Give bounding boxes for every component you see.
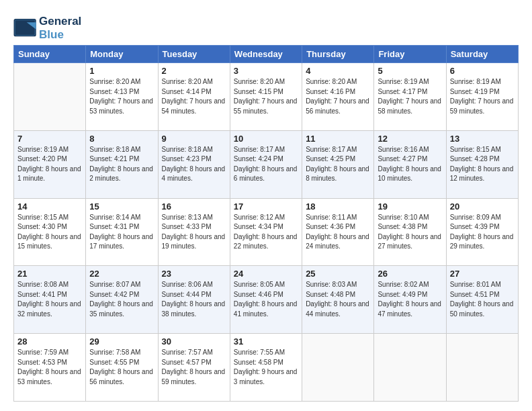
day-number: 11: [306, 134, 370, 144]
day-number: 22: [89, 269, 154, 279]
day-number: 4: [306, 66, 370, 76]
cell-sun-info: Sunrise: 8:17 AMSunset: 4:24 PMDaylight:…: [234, 145, 298, 184]
weekday-header-wednesday: Wednesday: [230, 46, 302, 63]
cell-sun-info: Sunrise: 7:57 AMSunset: 4:57 PMDaylight:…: [162, 348, 226, 387]
day-number: 15: [89, 201, 154, 212]
weekday-header-row: SundayMondayTuesdayWednesdayThursdayFrid…: [14, 46, 519, 63]
calendar-cell: 15Sunrise: 8:14 AMSunset: 4:31 PMDayligh…: [86, 198, 158, 266]
cell-sun-info: Sunrise: 8:03 AMSunset: 4:48 PMDaylight:…: [306, 280, 370, 319]
calendar-cell: 18Sunrise: 8:11 AMSunset: 4:36 PMDayligh…: [302, 198, 374, 266]
weekday-header-thursday: Thursday: [302, 46, 374, 63]
cell-sun-info: Sunrise: 8:17 AMSunset: 4:25 PMDaylight:…: [306, 145, 370, 184]
cell-sun-info: Sunrise: 8:09 AMSunset: 4:39 PMDaylight:…: [450, 213, 515, 252]
cell-sun-info: Sunrise: 8:15 AMSunset: 4:30 PMDaylight:…: [17, 213, 82, 252]
cell-sun-info: Sunrise: 8:12 AMSunset: 4:34 PMDaylight:…: [234, 213, 298, 252]
day-number: 27: [450, 269, 515, 279]
calendar-cell: 8Sunrise: 8:18 AMSunset: 4:21 PMDaylight…: [86, 130, 158, 198]
calendar-cell: 5Sunrise: 8:19 AMSunset: 4:17 PMDaylight…: [374, 63, 446, 131]
calendar-cell: 10Sunrise: 8:17 AMSunset: 4:24 PMDayligh…: [230, 130, 302, 198]
calendar-cell: 22Sunrise: 8:07 AMSunset: 4:42 PMDayligh…: [86, 266, 158, 334]
cell-sun-info: Sunrise: 8:07 AMSunset: 4:42 PMDaylight:…: [89, 280, 154, 319]
cell-sun-info: Sunrise: 8:18 AMSunset: 4:21 PMDaylight:…: [89, 145, 154, 184]
calendar-cell: [446, 334, 518, 402]
day-number: 3: [234, 66, 298, 76]
cell-sun-info: Sunrise: 8:20 AMSunset: 4:14 PMDaylight:…: [162, 77, 226, 116]
day-number: 25: [306, 269, 370, 279]
cell-sun-info: Sunrise: 8:02 AMSunset: 4:49 PMDaylight:…: [378, 280, 442, 319]
calendar-cell: 12Sunrise: 8:16 AMSunset: 4:27 PMDayligh…: [374, 130, 446, 198]
cell-sun-info: Sunrise: 8:11 AMSunset: 4:36 PMDaylight:…: [306, 213, 370, 252]
day-number: 17: [234, 201, 298, 212]
calendar-cell: 14Sunrise: 8:15 AMSunset: 4:30 PMDayligh…: [14, 198, 86, 266]
calendar-cell: 28Sunrise: 7:59 AMSunset: 4:53 PMDayligh…: [14, 334, 86, 402]
calendar-cell: 23Sunrise: 8:06 AMSunset: 4:44 PMDayligh…: [158, 266, 230, 334]
day-number: 20: [450, 201, 515, 212]
page: General Blue SundayMondayTuesdayWednesda…: [0, 0, 532, 411]
weekday-header-saturday: Saturday: [446, 46, 518, 63]
day-number: 23: [162, 269, 226, 279]
day-number: 7: [17, 134, 82, 144]
day-number: 18: [306, 201, 370, 212]
cell-sun-info: Sunrise: 8:01 AMSunset: 4:51 PMDaylight:…: [450, 280, 515, 319]
calendar-cell: 16Sunrise: 8:13 AMSunset: 4:33 PMDayligh…: [158, 198, 230, 266]
cell-sun-info: Sunrise: 8:10 AMSunset: 4:38 PMDaylight:…: [378, 213, 442, 252]
calendar-week-row: 7Sunrise: 8:19 AMSunset: 4:20 PMDaylight…: [14, 130, 519, 198]
calendar-week-row: 21Sunrise: 8:08 AMSunset: 4:41 PMDayligh…: [14, 266, 519, 334]
calendar-cell: [14, 63, 86, 131]
day-number: 13: [450, 134, 515, 144]
calendar-cell: [374, 334, 446, 402]
cell-sun-info: Sunrise: 8:19 AMSunset: 4:19 PMDaylight:…: [450, 77, 515, 116]
cell-sun-info: Sunrise: 7:55 AMSunset: 4:58 PMDaylight:…: [234, 348, 298, 387]
calendar-cell: 19Sunrise: 8:10 AMSunset: 4:38 PMDayligh…: [374, 198, 446, 266]
day-number: 12: [378, 134, 442, 144]
calendar-cell: 11Sunrise: 8:17 AMSunset: 4:25 PMDayligh…: [302, 130, 374, 198]
cell-sun-info: Sunrise: 8:19 AMSunset: 4:17 PMDaylight:…: [378, 77, 442, 116]
calendar-cell: 27Sunrise: 8:01 AMSunset: 4:51 PMDayligh…: [446, 266, 518, 334]
weekday-header-sunday: Sunday: [14, 46, 86, 63]
day-number: 26: [378, 269, 442, 279]
cell-sun-info: Sunrise: 8:05 AMSunset: 4:46 PMDaylight:…: [234, 280, 298, 319]
cell-sun-info: Sunrise: 8:15 AMSunset: 4:28 PMDaylight:…: [450, 145, 515, 184]
cell-sun-info: Sunrise: 8:20 AMSunset: 4:15 PMDaylight:…: [234, 77, 298, 116]
calendar-cell: 31Sunrise: 7:55 AMSunset: 4:58 PMDayligh…: [230, 334, 302, 402]
day-number: 31: [234, 336, 298, 347]
day-number: 14: [17, 201, 82, 212]
logo-text: General Blue: [39, 15, 81, 41]
day-number: 30: [162, 336, 226, 347]
calendar-week-row: 14Sunrise: 8:15 AMSunset: 4:30 PMDayligh…: [14, 198, 519, 266]
cell-sun-info: Sunrise: 8:20 AMSunset: 4:16 PMDaylight:…: [306, 77, 370, 116]
calendar-cell: 13Sunrise: 8:15 AMSunset: 4:28 PMDayligh…: [446, 130, 518, 198]
day-number: 29: [89, 336, 154, 347]
weekday-header-friday: Friday: [374, 46, 446, 63]
cell-sun-info: Sunrise: 7:58 AMSunset: 4:55 PMDaylight:…: [89, 348, 154, 387]
calendar-cell: 3Sunrise: 8:20 AMSunset: 4:15 PMDaylight…: [230, 63, 302, 131]
calendar-cell: 4Sunrise: 8:20 AMSunset: 4:16 PMDaylight…: [302, 63, 374, 131]
cell-sun-info: Sunrise: 8:06 AMSunset: 4:44 PMDaylight:…: [162, 280, 226, 319]
calendar-cell: 20Sunrise: 8:09 AMSunset: 4:39 PMDayligh…: [446, 198, 518, 266]
cell-sun-info: Sunrise: 7:59 AMSunset: 4:53 PMDaylight:…: [17, 348, 82, 387]
header: General Blue: [13, 12, 519, 41]
cell-sun-info: Sunrise: 8:20 AMSunset: 4:13 PMDaylight:…: [89, 77, 154, 116]
calendar-cell: [302, 334, 374, 402]
calendar-cell: 17Sunrise: 8:12 AMSunset: 4:34 PMDayligh…: [230, 198, 302, 266]
cell-sun-info: Sunrise: 8:13 AMSunset: 4:33 PMDaylight:…: [162, 213, 226, 252]
logo-icon: [13, 19, 38, 38]
calendar-table: SundayMondayTuesdayWednesdayThursdayFrid…: [13, 45, 519, 402]
day-number: 1: [89, 66, 154, 76]
calendar-cell: 2Sunrise: 8:20 AMSunset: 4:14 PMDaylight…: [158, 63, 230, 131]
calendar-cell: 7Sunrise: 8:19 AMSunset: 4:20 PMDaylight…: [14, 130, 86, 198]
day-number: 8: [89, 134, 154, 144]
day-number: 5: [378, 66, 442, 76]
cell-sun-info: Sunrise: 8:08 AMSunset: 4:41 PMDaylight:…: [17, 280, 82, 319]
calendar-cell: 21Sunrise: 8:08 AMSunset: 4:41 PMDayligh…: [14, 266, 86, 334]
day-number: 2: [162, 66, 226, 76]
calendar-week-row: 28Sunrise: 7:59 AMSunset: 4:53 PMDayligh…: [14, 334, 519, 402]
cell-sun-info: Sunrise: 8:18 AMSunset: 4:23 PMDaylight:…: [162, 145, 226, 184]
calendar-week-row: 1Sunrise: 8:20 AMSunset: 4:13 PMDaylight…: [14, 63, 519, 131]
day-number: 21: [17, 269, 82, 279]
day-number: 9: [162, 134, 226, 144]
logo: General Blue: [13, 15, 81, 41]
calendar-cell: 9Sunrise: 8:18 AMSunset: 4:23 PMDaylight…: [158, 130, 230, 198]
day-number: 24: [234, 269, 298, 279]
cell-sun-info: Sunrise: 8:16 AMSunset: 4:27 PMDaylight:…: [378, 145, 442, 184]
